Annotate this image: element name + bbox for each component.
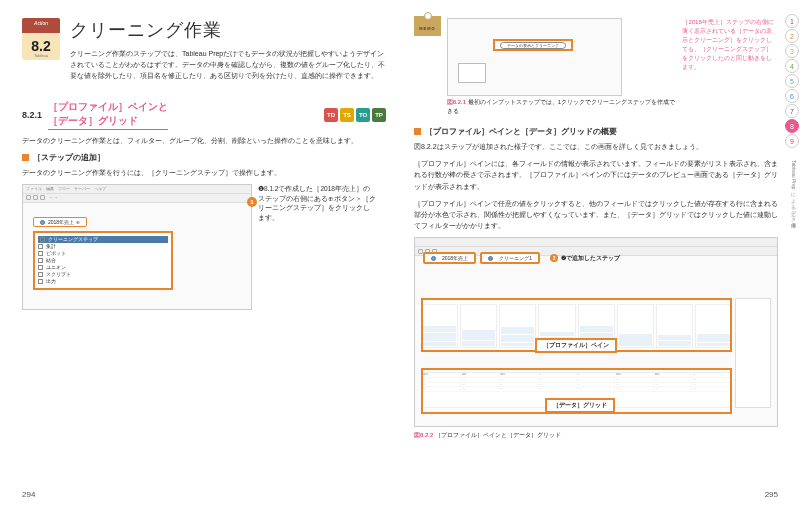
badge-td: TD <box>324 108 338 122</box>
memo-highlight-box[interactable]: データの表示とクリーニング <box>493 39 573 51</box>
memo-tag-icon: MEMO <box>414 16 441 36</box>
product-badges: TD TS TO TP <box>324 108 386 122</box>
overview-p3: ［プロファイル］ペインで任意の値をクリックすると、他のフィールドではクリックした… <box>414 198 778 232</box>
section-icon-top: Action <box>22 20 60 26</box>
screenshot-flow-menu: ファイル編集フローサーバーヘルプ ← → 2018年売上 ⊕ クリーニングステッ… <box>22 184 252 310</box>
thumb-6[interactable]: 6 <box>785 89 799 103</box>
subsection-8-2-1: 8.2.1 ［プロファイル］ペインと ［データ］グリッド TD TS TO TP… <box>22 100 386 314</box>
section-icon-number: 8.2 <box>22 38 60 54</box>
thumb-7[interactable]: 7 <box>785 104 799 118</box>
screenshot-profile-grid: 2018年売上 クリーニング1 2❷で追加したステップ ［プロファイル］ペイン … <box>414 237 778 427</box>
menu-item-union[interactable]: ユニオン <box>38 264 168 271</box>
thumb-8-active[interactable]: 8 <box>785 119 799 133</box>
badge-ts: TS <box>340 108 354 122</box>
menu-item-aggregate[interactable]: 集計 <box>38 243 168 250</box>
memo-mini-panel <box>458 63 486 83</box>
thumb-5[interactable]: 5 <box>785 74 799 88</box>
figure-caption-8-2-2: 図8.2.2 ［プロファイル］ペインと［データ］グリッド <box>414 431 778 440</box>
callout-number-1: 1 <box>247 197 257 207</box>
heading-step-add: ［ステップの追加］ <box>22 152 386 163</box>
badge-to: TO <box>356 108 370 122</box>
menu-item-pivot[interactable]: ピボット <box>38 250 168 257</box>
callout-text-1: ❶8.1.2で作成した［2018年売上］のステップの右側にある⊕ボタン＞［クリー… <box>258 184 376 223</box>
side-vertical-text: Tableau Prepによるデータ準備 <box>791 160 797 219</box>
added-step-label: 2❷で追加したステップ <box>544 252 620 264</box>
memo-side-text: ［2018年売上］ステップの右側に薄く表示されている［データの表示とクリーニング… <box>682 18 778 72</box>
label-profile-pane: ［プロファイル］ペイン <box>535 338 617 353</box>
thumb-9[interactable]: 9 <box>785 134 799 148</box>
subsection-number: 8.2.1 <box>22 110 42 120</box>
subsection-title: ［プロファイル］ペインと ［データ］グリッド <box>48 100 168 130</box>
menu-item-output[interactable]: 出力 <box>38 278 168 285</box>
menu-item-join[interactable]: 結合 <box>38 257 168 264</box>
page-number-right: 295 <box>765 490 778 499</box>
changes-panel <box>735 298 771 408</box>
page-left: Action 8.2 Tableau クリーニング作業 クリーニング作業のステッ… <box>0 0 400 505</box>
flow-pill-source[interactable]: 2018年売上 <box>423 252 476 264</box>
flow-context-menu: クリーニングステップ 集計 ピボット 結合 ユニオン スクリプト 出力 <box>33 231 173 290</box>
section-icon-badge: Action 8.2 Tableau <box>22 18 60 60</box>
screenshot-memo: データの表示とクリーニング <box>447 18 622 96</box>
flow-pill-cleaning[interactable]: クリーニング1 <box>480 252 540 264</box>
overview-p1: 図8.2.2はステップが追加された様子です。ここでは、この画面を詳しく見ておきま… <box>414 141 778 152</box>
section-icon-bot: Tableau <box>22 53 60 58</box>
badge-tp: TP <box>372 108 386 122</box>
page-right: MEMO データの表示とクリーニング 図8.2.1 最初のインプットステップでは… <box>400 0 800 505</box>
square-bullet-icon <box>22 154 29 161</box>
thumb-2[interactable]: 2 <box>785 29 799 43</box>
section-title: クリーニング作業 <box>70 18 386 42</box>
label-data-grid: ［データ］グリッド <box>545 398 615 413</box>
thumb-4[interactable]: 4 <box>785 59 799 73</box>
memo-block: MEMO データの表示とクリーニング 図8.2.1 最初のインプットステップでは… <box>414 18 778 116</box>
flow-step-pill[interactable]: 2018年売上 ⊕ <box>33 217 87 227</box>
step-add-text: データのクリーニング作業を行うには、［クリーニングステップ］で操作します。 <box>22 167 386 178</box>
section-lead: クリーニング作業のステップでは、Tableau Prepだけでもデータの状況が把… <box>70 48 386 82</box>
overview-p2: ［プロファイル］ペインには、各フィールドの情報が表示されています。フィールドの要… <box>414 158 778 192</box>
thumb-index: 1 2 3 4 5 6 7 8 9 <box>784 14 800 148</box>
heading-overview: ［プロファイル］ペインと［データ］グリッドの概要 <box>414 126 778 137</box>
menu-item-cleaning[interactable]: クリーニングステップ <box>38 236 168 243</box>
thumb-3[interactable]: 3 <box>785 44 799 58</box>
subsection-text: データのクリーニング作業とは、フィルター、グループ化、分割、削除といった操作のこ… <box>22 135 386 146</box>
figure-caption-8-2-1: 図8.2.1 最初のインプットステップでは、1クリックでクリーニングステップを作… <box>447 98 677 116</box>
menu-item-script[interactable]: スクリプト <box>38 271 168 278</box>
thumb-1[interactable]: 1 <box>785 14 799 28</box>
square-bullet-icon <box>414 128 421 135</box>
section-header: Action 8.2 Tableau クリーニング作業 クリーニング作業のステッ… <box>22 18 386 82</box>
page-number-left: 294 <box>22 490 35 499</box>
